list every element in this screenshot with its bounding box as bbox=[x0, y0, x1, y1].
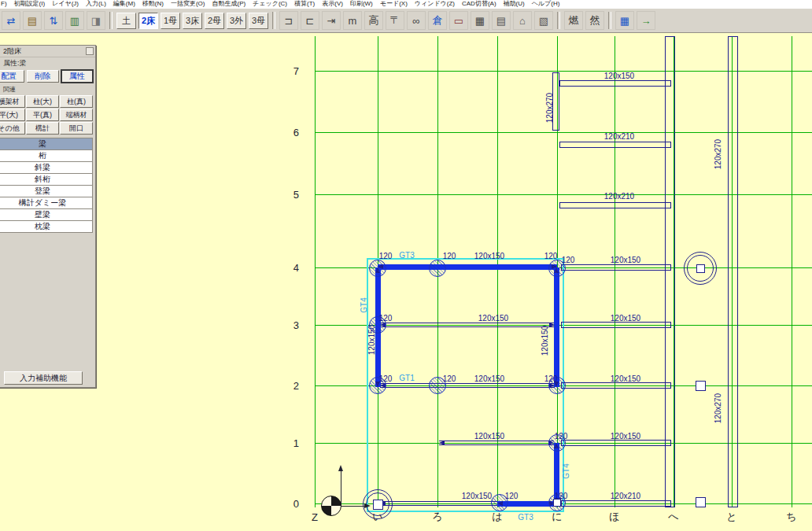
beam[interactable] bbox=[665, 36, 675, 507]
floor-button-3外[interactable]: 3外 bbox=[227, 13, 246, 29]
half-sheet-icon[interactable]: ◨ bbox=[87, 11, 105, 30]
column-post-circle[interactable] bbox=[429, 260, 446, 277]
menu-item-8[interactable]: チェック(C) bbox=[253, 0, 287, 8]
input-assist-button[interactable]: 入力補助機能 bbox=[4, 371, 83, 385]
toolbar-separator bbox=[109, 12, 113, 29]
menu-item-15[interactable]: 補助(U) bbox=[504, 0, 525, 8]
category-button-2[interactable]: 柱(真) bbox=[60, 95, 93, 108]
menu-item-3[interactable]: 入力(L) bbox=[86, 0, 106, 8]
mode-button-削除[interactable]: 削除 bbox=[27, 70, 58, 83]
member-item-登梁[interactable]: 登梁 bbox=[0, 185, 93, 197]
house-icon[interactable]: ⌂ bbox=[513, 11, 532, 30]
exit-icon[interactable]: → bbox=[637, 11, 655, 30]
beam[interactable] bbox=[728, 36, 738, 507]
floor-button-2床[interactable]: 2床 bbox=[138, 13, 158, 29]
member-item-斜桁[interactable]: 斜桁 bbox=[0, 173, 93, 186]
origin-marker bbox=[321, 496, 341, 516]
grid-icon[interactable]: ▦ bbox=[471, 11, 489, 30]
menu-item-13[interactable]: ウィンドウ(Z) bbox=[415, 0, 455, 8]
menu-item-12[interactable]: モード(X) bbox=[380, 0, 408, 8]
blue-grid-icon[interactable]: ▦ bbox=[615, 11, 634, 30]
floor-button-土[interactable]: 土 bbox=[116, 13, 136, 29]
grid-column-label: に bbox=[552, 510, 562, 524]
vehicle-icon[interactable]: ▭ bbox=[449, 11, 468, 30]
category-button-3[interactable]: 平(大) bbox=[0, 109, 25, 121]
level-mark-icon[interactable]: 〒 bbox=[386, 11, 404, 30]
menu-item-0[interactable]: F) bbox=[1, 0, 7, 8]
selected-beam[interactable] bbox=[554, 267, 559, 387]
printer-icon[interactable]: ▤ bbox=[492, 11, 511, 30]
beam-end-icon[interactable]: ⊐ bbox=[279, 11, 298, 30]
mode-button-配置[interactable]: 配置 bbox=[0, 70, 24, 83]
hold-down-square[interactable] bbox=[696, 497, 706, 507]
beam[interactable] bbox=[380, 383, 555, 388]
selected-beam[interactable] bbox=[378, 264, 557, 270]
nature-icon[interactable]: 然 bbox=[585, 11, 604, 30]
beam[interactable] bbox=[559, 202, 671, 208]
swap-icon[interactable]: ⇄ bbox=[2, 11, 20, 30]
floor-button-2母[interactable]: 2母 bbox=[205, 13, 224, 29]
category-button-1[interactable]: 柱(大) bbox=[26, 95, 59, 108]
menu-item-7[interactable]: 自動生成(P) bbox=[212, 0, 245, 8]
menu-item-14[interactable]: CAD切替(A) bbox=[462, 0, 496, 8]
continuous-icon[interactable]: ∞ bbox=[407, 11, 426, 30]
beam[interactable] bbox=[380, 323, 555, 327]
beam[interactable] bbox=[439, 441, 554, 445]
palette-title-bar[interactable]: 2階床 bbox=[0, 46, 95, 57]
category-button-4[interactable]: 平(真) bbox=[26, 109, 59, 121]
beam[interactable] bbox=[561, 440, 671, 446]
origin-axis-right-arrow bbox=[364, 503, 371, 508]
member-item-斜梁[interactable]: 斜梁 bbox=[0, 161, 93, 174]
small-member-icon[interactable]: m bbox=[343, 11, 362, 30]
sheet-icon[interactable]: ▥ bbox=[65, 11, 84, 30]
menu-item-9[interactable]: 積算(T) bbox=[294, 0, 315, 8]
category-button-8[interactable]: 開口 bbox=[60, 122, 93, 135]
category-button-7[interactable]: 構計 bbox=[26, 122, 59, 135]
beam-size-label: 120x150 bbox=[604, 72, 634, 80]
hold-down-square[interactable] bbox=[696, 381, 706, 391]
drawing-canvas[interactable]: Zいろはにほへとち76543210120x150120x210120x21012… bbox=[0, 33, 812, 531]
palette-pin-button[interactable] bbox=[86, 47, 94, 55]
category-button-5[interactable]: 端柄材 bbox=[60, 109, 93, 121]
floor-button-1母[interactable]: 1母 bbox=[161, 13, 180, 29]
member-item-梁[interactable]: 梁 bbox=[0, 138, 93, 150]
column-post-square bbox=[553, 499, 561, 507]
beam[interactable] bbox=[561, 500, 671, 507]
member-palette-window: 2階床 属性:梁 配置削除属性 関連 横架材柱(大)柱(真)平(大)平(真)端柄… bbox=[0, 45, 96, 388]
beam[interactable] bbox=[559, 80, 671, 87]
member-item-壁梁[interactable]: 壁梁 bbox=[0, 208, 93, 221]
menu-item-6[interactable]: 一括変更(O) bbox=[171, 0, 205, 8]
column-post-circle[interactable] bbox=[369, 260, 386, 277]
member-item-枕梁[interactable]: 枕梁 bbox=[0, 220, 93, 233]
warehouse-icon[interactable]: 倉 bbox=[428, 11, 447, 30]
grid-column-label: と bbox=[726, 510, 736, 524]
girder-tag-label: GT3 bbox=[399, 251, 414, 260]
beam-size-label: 120x150 bbox=[611, 314, 640, 323]
burn-icon[interactable]: 燃 bbox=[564, 11, 583, 30]
mode-button-属性[interactable]: 属性 bbox=[61, 70, 93, 83]
menu-item-10[interactable]: 表示(V) bbox=[322, 0, 343, 8]
menu-item-16[interactable]: ヘルプ(H) bbox=[532, 0, 560, 8]
category-button-0[interactable]: 横架材 bbox=[0, 95, 25, 108]
layers-icon[interactable]: ▤ bbox=[23, 11, 42, 30]
updown-icon[interactable]: ⇅ bbox=[44, 11, 63, 30]
floor-button-3床[interactable]: 3床 bbox=[183, 13, 202, 29]
menu-item-1[interactable]: 初期設定(I) bbox=[14, 0, 46, 8]
member-item-構計ダミー梁[interactable]: 構計ダミー梁 bbox=[0, 197, 93, 209]
menu-item-5[interactable]: 移動(N) bbox=[142, 0, 164, 8]
menu-item-2[interactable]: レイヤ(J) bbox=[52, 0, 79, 8]
category-button-6[interactable]: その他 bbox=[0, 122, 25, 135]
beam-size-label: 120x150 bbox=[474, 432, 504, 441]
menu-item-4[interactable]: 編集(M) bbox=[113, 0, 135, 8]
beam[interactable] bbox=[561, 382, 671, 389]
beam[interactable] bbox=[561, 264, 671, 271]
height-icon[interactable]: 高 bbox=[364, 11, 383, 30]
beam[interactable] bbox=[559, 142, 671, 148]
member-item-桁[interactable]: 桁 bbox=[0, 149, 93, 162]
menu-item-11[interactable]: 印刷(W) bbox=[350, 0, 373, 8]
folder-icon[interactable]: ▧ bbox=[534, 11, 553, 30]
beam-insert-icon[interactable]: ⇥ bbox=[322, 11, 341, 30]
beam-open-icon[interactable]: ⊏ bbox=[301, 11, 319, 30]
beam[interactable] bbox=[561, 322, 671, 328]
floor-button-3母[interactable]: 3母 bbox=[249, 13, 268, 29]
